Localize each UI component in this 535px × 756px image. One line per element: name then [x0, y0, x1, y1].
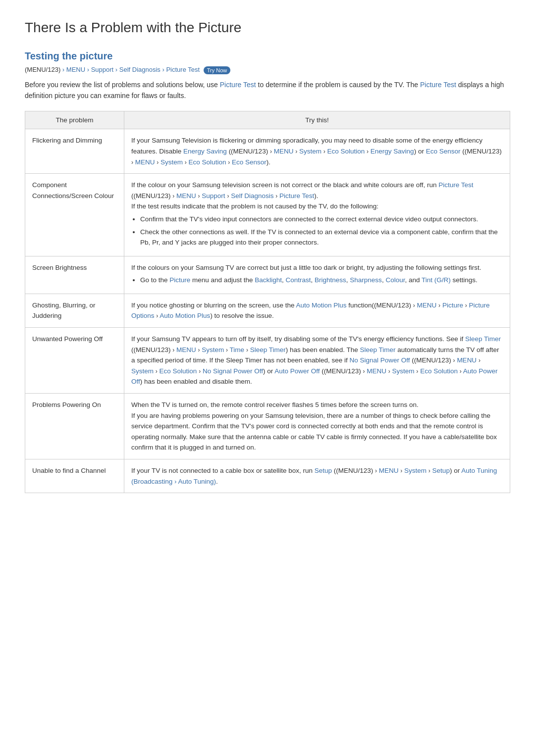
solution-unwanted-power: If your Samsung TV appears to turn off b…: [124, 328, 510, 394]
link-sleep-timer[interactable]: Sleep Timer: [465, 335, 501, 343]
link-auto-motion2[interactable]: Auto Motion Plus: [160, 312, 210, 319]
link-menu2[interactable]: MENU: [135, 158, 155, 166]
link-menu8[interactable]: MENU: [379, 467, 399, 474]
table-row: Ghosting, Blurring, or Juddering If you …: [25, 294, 510, 327]
breadcrumb-selfdiagnosis[interactable]: Self Diagnosis: [119, 66, 160, 73]
link-no-signal[interactable]: No Signal Power Off: [350, 356, 410, 364]
link-support[interactable]: Support: [202, 192, 225, 200]
link-menu1[interactable]: MENU: [274, 148, 294, 155]
link-picture-test[interactable]: Picture Test: [438, 181, 473, 189]
solution-ghosting: If you notice ghosting or blurring on th…: [124, 294, 510, 327]
link-setup2[interactable]: Setup: [432, 467, 450, 474]
link-sharpness[interactable]: Sharpness: [350, 276, 382, 284]
solution-powering-on: When the TV is turned on, the remote con…: [124, 394, 510, 459]
breadcrumb-menu123: (MENU/123): [25, 66, 60, 73]
breadcrumb-menu[interactable]: MENU: [66, 66, 85, 73]
brightness-list: Go to the Picture menu and adjust the Ba…: [140, 275, 503, 286]
link-menu3[interactable]: MENU: [176, 192, 196, 200]
link-eco-solution3[interactable]: Eco Solution: [160, 367, 197, 375]
col-solution: Try this!: [124, 111, 510, 129]
link-pic-test2[interactable]: Picture Test: [279, 192, 314, 200]
link-contrast[interactable]: Contrast: [285, 276, 311, 284]
list-item: Check the other connections as well. If …: [140, 227, 503, 248]
link-eco-sensor[interactable]: Eco Sensor: [426, 148, 461, 155]
table-row: Screen Brightness If the colours on your…: [25, 256, 510, 294]
link-picture2[interactable]: Picture: [442, 302, 463, 309]
link-setup[interactable]: Setup: [315, 467, 332, 474]
link-picture[interactable]: Picture: [169, 276, 190, 284]
problem-no-channel: Unable to find a Channel: [25, 459, 124, 493]
link-self-diag[interactable]: Self Diagnosis: [231, 192, 273, 200]
solution-component: If the colour on your Samsung television…: [124, 174, 510, 256]
link-menu6[interactable]: MENU: [457, 356, 477, 364]
table-row: Unwanted Powering Off If your Samsung TV…: [25, 328, 510, 394]
link-auto-motion[interactable]: Auto Motion Plus: [296, 302, 346, 309]
intro-picture-test-link2[interactable]: Picture Test: [420, 81, 456, 89]
link-sleep-timer3[interactable]: Sleep Timer: [360, 346, 396, 353]
list-item: Confirm that the TV's video input connec…: [140, 214, 503, 225]
link-eco-solution1[interactable]: Eco Solution: [327, 148, 365, 155]
problem-ghosting: Ghosting, Blurring, or Juddering: [25, 294, 124, 327]
list-item: Go to the Picture menu and adjust the Ba…: [140, 275, 503, 286]
link-auto-power[interactable]: Auto Power Off: [274, 367, 320, 375]
table-row: Flickering and Dimming If your Samsung T…: [25, 129, 510, 174]
link-backlight[interactable]: Backlight: [255, 276, 282, 284]
link-eco-solution4[interactable]: Eco Solution: [420, 367, 458, 375]
problem-component: Component Connections/Screen Colour: [25, 174, 124, 256]
link-tint[interactable]: Tint (G/R): [422, 276, 451, 284]
link-sleep-timer2[interactable]: Sleep Timer: [250, 346, 286, 353]
link-system5[interactable]: System: [392, 367, 415, 375]
breadcrumb-picturetest[interactable]: Picture Test: [166, 66, 200, 73]
link-eco-solution2[interactable]: Eco Solution: [189, 158, 226, 166]
problem-brightness: Screen Brightness: [25, 256, 124, 294]
solution-no-channel: If your TV is not connected to a cable b…: [124, 459, 510, 493]
page-title: There Is a Problem with the Picture: [25, 20, 510, 36]
solution-brightness: If the colours on your Samsung TV are co…: [124, 256, 510, 294]
link-menu4[interactable]: MENU: [417, 302, 437, 309]
link-energy-saving2[interactable]: Energy Saving: [371, 148, 414, 155]
link-brightness[interactable]: Brightness: [315, 276, 346, 284]
link-system1[interactable]: System: [299, 148, 321, 155]
link-system3[interactable]: System: [202, 346, 224, 353]
intro-picture-test-link1[interactable]: Picture Test: [220, 81, 256, 89]
link-time[interactable]: Time: [230, 346, 245, 353]
link-menu5[interactable]: MENU: [176, 346, 196, 353]
breadcrumb-support[interactable]: Support: [91, 66, 114, 73]
col-problem: The problem: [25, 111, 124, 129]
intro-text: Before you review the list of problems a…: [25, 79, 510, 101]
component-list: Confirm that the TV's video input connec…: [140, 214, 503, 248]
link-no-signal2[interactable]: No Signal Power Off: [203, 367, 263, 375]
problems-table: The problem Try this! Flickering and Dim…: [25, 111, 510, 493]
section-title: Testing the picture: [25, 50, 510, 62]
table-row: Unable to find a Channel If your TV is n…: [25, 459, 510, 493]
link-energy-saving[interactable]: Energy Saving: [183, 148, 227, 155]
breadcrumb: (MENU/123) › MENU › Support › Self Diagn…: [25, 66, 510, 74]
problem-powering-on: Problems Powering On: [25, 394, 124, 459]
problem-flickering: Flickering and Dimming: [25, 129, 124, 174]
link-eco-sensor2[interactable]: Eco Sensor: [232, 158, 267, 166]
table-row: Component Connections/Screen Colour If t…: [25, 174, 510, 256]
link-system4[interactable]: System: [131, 367, 154, 375]
try-now-badge[interactable]: Try Now: [204, 66, 231, 74]
solution-flickering: If your Samsung Television is flickering…: [124, 129, 510, 174]
link-colour[interactable]: Colour: [385, 276, 405, 284]
link-system2[interactable]: System: [160, 158, 183, 166]
link-system6[interactable]: System: [404, 467, 427, 474]
problem-unwanted-power: Unwanted Powering Off: [25, 328, 124, 394]
link-menu7[interactable]: MENU: [367, 367, 386, 375]
table-row: Problems Powering On When the TV is turn…: [25, 394, 510, 459]
